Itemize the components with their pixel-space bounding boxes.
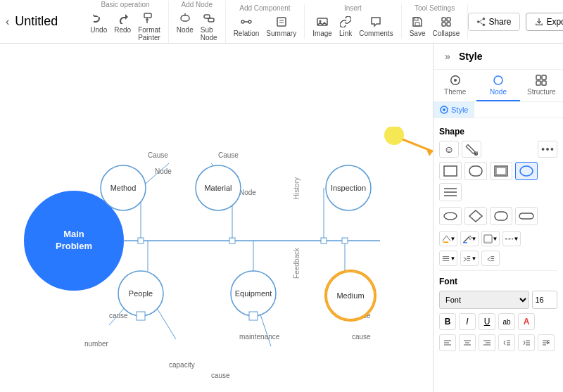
undo-button[interactable]: Undo [88, 11, 109, 43]
insert-buttons: Image Link Comments [310, 14, 396, 39]
bg-chevron: ▼ [493, 236, 498, 242]
svg-point-24 [477, 20, 479, 23]
feedback-label[interactable]: Feedback [293, 248, 301, 279]
shape-grid-row1 [439, 162, 557, 201]
dash-chevron: ▼ [514, 236, 519, 242]
toolbar-add-node: Add Node Node Sub Node [169, 1, 226, 43]
pen-icon [462, 234, 472, 244]
panel-title: Style [459, 51, 557, 62]
svg-rect-100 [443, 241, 448, 243]
indent-inc-button[interactable] [518, 334, 535, 351]
svg-text:People: People [129, 289, 153, 298]
svg-rect-5 [204, 15, 210, 18]
redo-label: Redo [114, 26, 131, 34]
tab-theme[interactable]: Theme [434, 70, 476, 101]
export-button[interactable]: Export [526, 13, 563, 31]
more-align-button[interactable] [538, 334, 555, 351]
toolbar-basic-operation: Basic operation Undo Redo Format Painter [82, 1, 169, 43]
strikethrough-button[interactable]: ab [498, 313, 515, 330]
export-icon [535, 18, 543, 26]
list-chevron: ▼ [450, 255, 456, 262]
style-content: Shape ☺ ▼ [434, 118, 563, 392]
bold-button[interactable]: B [439, 313, 456, 330]
collapse-label: Collapse [432, 30, 460, 37]
svg-rect-91 [496, 167, 506, 175]
shape-pill-btn[interactable] [515, 207, 538, 225]
back-button[interactable]: ‹ [6, 15, 9, 28]
sub-node-label: Sub Node [201, 26, 217, 42]
shape-rounded-rect-btn[interactable] [464, 162, 487, 180]
shape-rect-outline-btn[interactable] [490, 162, 512, 180]
comments-button[interactable]: Comments [357, 14, 395, 39]
relation-button[interactable]: Relation [232, 14, 262, 39]
collapse-icon [440, 15, 453, 28]
image-button[interactable]: Image [310, 14, 334, 39]
align-right-button[interactable] [479, 334, 495, 351]
history-label[interactable]: History [293, 177, 301, 199]
shape-lines-btn[interactable] [439, 183, 462, 201]
shape-rect-btn[interactable] [439, 162, 462, 180]
style-left-tab-style[interactable]: Style [434, 102, 474, 118]
svg-text:Node: Node [239, 189, 256, 196]
svg-point-96 [444, 213, 457, 220]
share-button[interactable]: Share [468, 13, 520, 31]
panel-divider [439, 270, 557, 271]
sub-node-button[interactable]: Sub Node [198, 11, 220, 43]
fill-color-btn[interactable]: ▼ [439, 231, 457, 246]
svg-point-83 [443, 108, 445, 111]
panel-expand-button[interactable]: » [439, 48, 456, 65]
font-size-input[interactable] [532, 291, 557, 309]
icon-emoji-row: ☺ ▼ [439, 141, 557, 158]
indent-dec-icon [502, 339, 511, 347]
add-node-buttons: Node Sub Node [175, 11, 220, 43]
svg-text:Problem: Problem [56, 241, 92, 251]
paint-bucket-btn[interactable]: ▼ [462, 141, 481, 158]
shape-stadium-btn[interactable] [490, 207, 512, 225]
dash-line-btn[interactable]: ▼ [502, 231, 521, 246]
style-left-tabs: Style [434, 102, 563, 118]
document-title[interactable]: Untitled [15, 14, 71, 29]
link-button[interactable]: Link [337, 14, 354, 39]
image-icon [316, 15, 329, 28]
indent-dec-button[interactable] [498, 334, 515, 351]
shape-diamond-btn[interactable] [464, 207, 487, 225]
svg-rect-81 [542, 81, 546, 85]
line-color-btn[interactable]: ▼ [460, 231, 479, 246]
summary-icon [275, 15, 288, 28]
svg-text:Equipment: Equipment [235, 289, 272, 298]
svg-rect-88 [444, 166, 457, 176]
main-area: Main Problem Cause Node Cause Node cause [0, 44, 563, 392]
align-left-icon [443, 339, 452, 347]
tab-node[interactable]: Node [476, 70, 519, 101]
indent-icon-btn[interactable]: ▼ [460, 251, 479, 266]
bg-color-btn[interactable]: ▼ [481, 231, 500, 246]
svg-rect-73 [342, 238, 348, 244]
font-color-button[interactable]: A [518, 313, 535, 330]
shape-ellipse-btn[interactable] [439, 207, 462, 225]
structure-tab-label: Structure [527, 88, 556, 96]
node-button[interactable]: Node [175, 11, 196, 43]
toolbar-buttons: Undo Redo Format Painter [88, 11, 163, 43]
emoji-icon-btn[interactable]: ☺ [439, 141, 459, 158]
svg-text:capacity: capacity [169, 361, 195, 369]
redo-button[interactable]: Redo [112, 11, 133, 43]
indent-chevron: ▼ [472, 255, 477, 262]
more-icon-btn[interactable] [538, 141, 557, 158]
svg-rect-79 [542, 75, 546, 80]
outdent-icon-btn[interactable] [481, 251, 500, 266]
format-painter-button[interactable]: Format Painter [136, 11, 163, 43]
tab-structure[interactable]: Structure [520, 70, 563, 101]
italic-button[interactable]: I [459, 313, 476, 330]
shape-circle-btn[interactable] [515, 162, 538, 180]
canvas[interactable]: Main Problem Cause Node Cause Node cause [0, 44, 433, 392]
svg-point-77 [494, 76, 502, 84]
summary-button[interactable]: Summary [264, 14, 298, 39]
align-center-button[interactable] [459, 334, 476, 351]
collapse-button[interactable]: Collapse [430, 14, 462, 39]
svg-point-76 [454, 79, 457, 82]
font-select[interactable]: Font Arial Times New Roman [439, 291, 529, 309]
align-left-button[interactable] [439, 334, 456, 351]
save-button[interactable]: Save [407, 14, 428, 39]
underline-button[interactable]: U [479, 313, 495, 330]
list-icon-btn[interactable]: ▼ [439, 251, 457, 266]
